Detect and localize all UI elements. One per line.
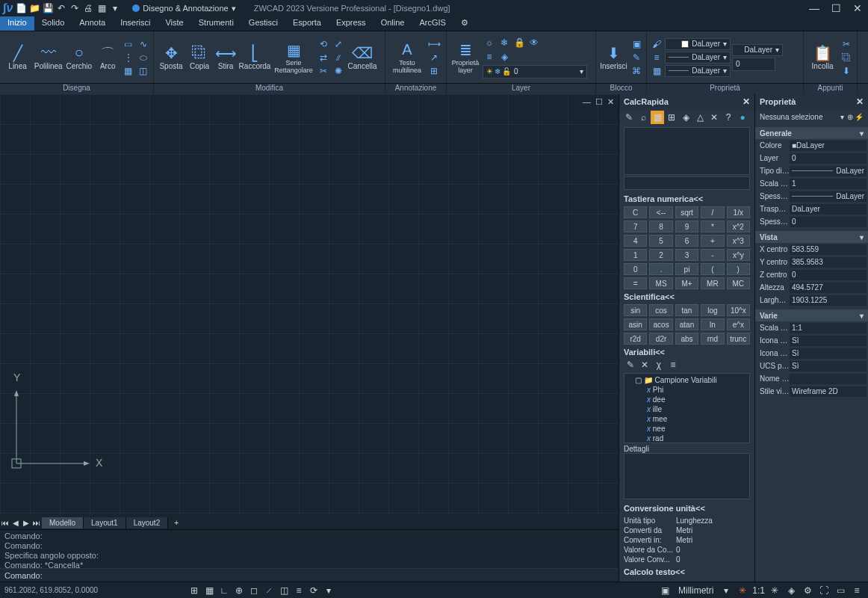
polar-toggle[interactable]: ⊕ [232,584,246,597]
grid-toggle[interactable]: ⊞ [187,584,201,597]
tab-arcgis[interactable]: ArcGIS [412,16,453,31]
calc-key-9[interactable]: 9 [675,221,698,232]
calc-key-+[interactable]: + [701,235,724,247]
ann-scale-icon[interactable]: ✳ [768,584,781,597]
dyn-toggle[interactable]: ◫ [277,584,291,597]
sci-key-tan[interactable]: tan [675,304,698,316]
units-label[interactable]: Millimetri [675,584,716,597]
serie-button[interactable]: ▦Serie Rettangolare [272,39,315,76]
ann-toggle[interactable]: ▾ [322,584,335,597]
vp-maximize-icon[interactable]: ☐ [594,97,604,107]
scale-ann-icon[interactable]: ✳ [736,584,749,597]
last-icon[interactable]: ⏭ [31,519,42,527]
calc-tb1-icon[interactable]: ✎ [622,111,636,124]
tab-inizio[interactable]: Inizio [0,16,34,31]
calc-key-*[interactable]: * [701,221,724,232]
block-attr-icon[interactable]: ⌘ [630,65,643,77]
tab-express[interactable]: Express [329,16,373,31]
calc-key-2[interactable]: 2 [649,249,672,261]
prop-spessore[interactable]: DaLayer [790,191,867,202]
calc-key-1/x[interactable]: 1/x [727,206,750,218]
layer-state3-icon[interactable]: 🔒 [512,37,526,49]
close-icon[interactable]: ✕ [850,2,865,14]
tab-inserisci[interactable]: Inserisci [113,16,158,31]
workspace-selector[interactable]: Disegno & Annotazione ▾ [128,4,240,13]
pick-icon[interactable]: ⊕ [847,113,853,121]
custom-icon[interactable]: ≡ [850,584,864,597]
inserisci-button[interactable]: ⬇Inserisci [599,39,628,76]
minimize-icon[interactable]: — [806,2,822,14]
var-tb1-icon[interactable]: ✎ [624,358,637,372]
calc-key--[interactable]: - [701,249,724,261]
explode-icon[interactable]: ✺ [332,65,345,77]
rotate-icon[interactable]: ⟲ [317,38,330,50]
close-panel-icon[interactable]: ✕ [743,96,750,107]
conv-unit-type[interactable]: Lunghezza [676,517,750,525]
undo-icon[interactable]: ↶ [56,3,66,13]
calc-key-MS[interactable]: MS [649,277,672,289]
calc-key-x^3[interactable]: x^3 [727,235,750,247]
sci-title[interactable]: Scientifica<< [619,291,754,303]
layer-state1-icon[interactable]: ☼ [483,37,496,49]
block-create-icon[interactable]: ▣ [630,38,643,50]
tab-esporta[interactable]: Esporta [285,16,329,31]
cut-icon[interactable]: ✂ [840,38,853,50]
calc-tb7-icon[interactable]: ✕ [707,111,721,124]
raccorda-button[interactable]: ⎣Raccorda [239,39,270,76]
var-tb4-icon[interactable]: ≡ [666,358,680,372]
offset-icon[interactable]: ⫽ [332,52,345,64]
prop-ucs2[interactable]: Sì [790,348,867,359]
command-input-row[interactable]: Comando: [0,568,619,582]
prop-xc[interactable]: 583.559 [790,244,867,255]
selection-dropdown[interactable]: Nessuna selezione [760,113,840,121]
var-mee[interactable]: mee [626,414,748,424]
calc-key-sqrt[interactable]: sqrt [675,206,698,218]
calc-input[interactable] [624,176,750,190]
layout-tab-1[interactable]: Layout1 [84,517,126,528]
group-vista[interactable]: Vista▾ [755,231,868,243]
otrack-toggle[interactable]: ⟋ [262,584,276,597]
ellipse-icon[interactable]: ⬭ [137,52,150,64]
calc-tb2-icon[interactable]: ⌕ [636,111,650,124]
calc-tb9-icon[interactable]: ● [736,111,749,124]
calc-key-/[interactable]: / [701,206,724,218]
calc-key-MC[interactable]: MC [727,277,750,289]
region-icon[interactable]: ◫ [137,65,150,77]
var-Phi[interactable]: Phi [626,385,748,395]
sci-key-10^x[interactable]: 10^x [727,304,750,316]
table-icon[interactable]: ⊞ [427,65,441,77]
var-ille[interactable]: ille [626,404,748,414]
sci-key-ln[interactable]: ln [701,318,724,330]
var-dee[interactable]: dee [626,395,748,404]
copy-clip-icon[interactable]: ⿻ [840,52,853,64]
var-nee[interactable]: nee [626,424,748,434]
sci-key-log[interactable]: log [701,304,724,316]
cerchio-button[interactable]: ○Cerchio [64,39,93,76]
lineweight-selector[interactable]: DaLayer▾ [665,65,731,77]
variable-tree[interactable]: ▢ 📁 Campione Variabili Phideeillemeeneer… [624,373,750,443]
sci-key-e^x[interactable]: e^x [727,318,750,330]
sci-key-d2r[interactable]: d2r [649,333,672,345]
polilinea-button[interactable]: 〰Polilinea [34,39,63,76]
iso-icon[interactable]: ◈ [784,584,798,597]
layer-prop-selector[interactable]: DaLayer▾ [732,44,783,56]
color-selector[interactable]: DaLayer▾ [665,38,731,50]
ortho-toggle[interactable]: ∟ [217,584,231,597]
sci-key-cos[interactable]: cos [649,304,672,316]
chevron-down-icon[interactable]: ▾ [719,584,733,597]
next-icon[interactable]: ▶ [21,519,31,527]
plot-icon[interactable]: ▦ [96,3,107,13]
paste-special-icon[interactable]: ⬇ [840,65,853,77]
calc-key-8[interactable]: 8 [649,221,672,232]
prop-scala[interactable]: 1 [790,179,867,189]
group-generale[interactable]: Generale▾ [755,127,868,139]
prop-larg[interactable]: 1903.1225 [790,295,867,306]
calc-key-3[interactable]: 3 [675,249,698,261]
snap-toggle[interactable]: ▦ [202,584,216,597]
calc-tb5-icon[interactable]: ◈ [679,111,692,124]
prop-ucs1[interactable]: Sì [790,336,867,346]
osnap-toggle[interactable]: ◻ [247,584,261,597]
sci-key-r2d[interactable]: r2d [624,333,647,345]
layer-selector[interactable]: ☀ ❄ 🔓 0 ▾ [483,65,587,78]
calc-tb3-icon[interactable]: ▦ [651,111,664,124]
